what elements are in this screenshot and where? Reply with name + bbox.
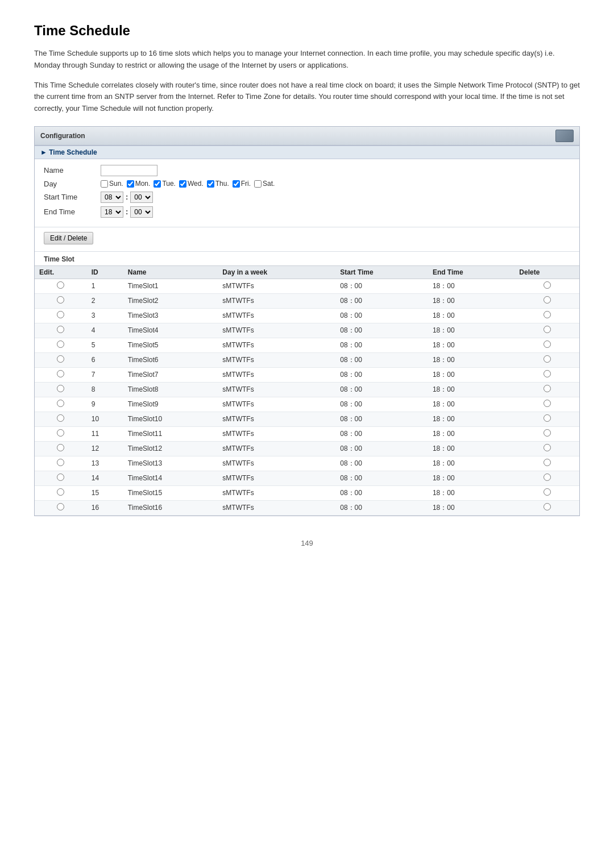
slot-start: 08：00	[335, 441, 428, 456]
delete-radio[interactable]	[544, 385, 551, 392]
page-title: Time Schedule	[34, 23, 580, 39]
slot-name: TimeSlot7	[123, 367, 218, 382]
delete-radio[interactable]	[544, 326, 551, 333]
edit-radio[interactable]	[57, 340, 64, 348]
edit-radio[interactable]	[57, 444, 64, 451]
slot-id: 16	[87, 500, 123, 515]
configuration-panel: Configuration ► Time Schedule Name Day S…	[34, 126, 580, 516]
edit-radio[interactable]	[57, 488, 64, 496]
slot-end: 18：00	[428, 485, 515, 500]
delete-radio-cell	[515, 323, 579, 338]
edit-radio[interactable]	[57, 326, 64, 333]
slot-end: 18：00	[428, 308, 515, 323]
delete-radio[interactable]	[544, 474, 551, 481]
checkbox-fri[interactable]	[233, 180, 240, 188]
description-2: This Time Schedule correlates closely wi…	[34, 80, 580, 115]
delete-radio[interactable]	[544, 281, 551, 289]
delete-radio[interactable]	[544, 340, 551, 348]
edit-radio[interactable]	[57, 355, 64, 363]
name-input[interactable]	[101, 165, 157, 176]
slot-end: 18：00	[428, 293, 515, 308]
edit-radio[interactable]	[57, 429, 64, 437]
delete-radio[interactable]	[544, 370, 551, 377]
delete-radio[interactable]	[544, 400, 551, 407]
delete-radio[interactable]	[544, 444, 551, 451]
edit-radio[interactable]	[57, 459, 64, 466]
table-row: 8TimeSlot8sMTWTFs08：0018：00	[35, 382, 579, 397]
header-icon-area	[555, 130, 574, 142]
slot-start: 08：00	[335, 426, 428, 441]
delete-radio-cell	[515, 485, 579, 500]
edit-radio-cell	[35, 397, 87, 412]
delete-radio[interactable]	[544, 414, 551, 422]
start-hour-select[interactable]: 08 09 10	[101, 192, 123, 203]
table-row: 16TimeSlot16sMTWTFs08：0018：00	[35, 500, 579, 515]
delete-radio[interactable]	[544, 429, 551, 437]
edit-radio[interactable]	[57, 474, 64, 481]
edit-radio-cell	[35, 456, 87, 471]
delete-radio[interactable]	[544, 296, 551, 304]
day-wed-label: Wed.	[188, 180, 204, 188]
day-checkboxes: Sun. Mon. Tue. Wed. Thu.	[101, 180, 275, 188]
col-delete: Delete	[515, 265, 579, 279]
slot-id: 12	[87, 441, 123, 456]
checkbox-tue[interactable]	[154, 180, 161, 188]
slot-start: 08：00	[335, 367, 428, 382]
delete-radio[interactable]	[544, 355, 551, 363]
edit-radio[interactable]	[57, 370, 64, 377]
slot-end: 18：00	[428, 352, 515, 367]
day-sun: Sun.	[101, 180, 123, 188]
delete-radio-cell	[515, 426, 579, 441]
delete-radio-cell	[515, 471, 579, 485]
edit-radio[interactable]	[57, 296, 64, 304]
day-sun-label: Sun.	[109, 180, 123, 188]
edit-radio-cell	[35, 441, 87, 456]
slot-day: sMTWTFs	[218, 397, 335, 412]
slot-day: sMTWTFs	[218, 323, 335, 338]
table-row: 11TimeSlot11sMTWTFs08：0018：00	[35, 426, 579, 441]
edit-radio[interactable]	[57, 385, 64, 392]
delete-radio[interactable]	[544, 459, 551, 466]
start-time-row: Start Time 08 09 10 : 00 15 30 45	[44, 192, 570, 203]
slot-id: 3	[87, 308, 123, 323]
table-row: 15TimeSlot15sMTWTFs08：0018：00	[35, 485, 579, 500]
delete-radio[interactable]	[544, 503, 551, 510]
slot-name: TimeSlot13	[123, 456, 218, 471]
slot-name: TimeSlot3	[123, 308, 218, 323]
name-label: Name	[44, 166, 101, 175]
day-label: Day	[44, 180, 101, 188]
slot-name: TimeSlot6	[123, 352, 218, 367]
table-row: 3TimeSlot3sMTWTFs08：0018：00	[35, 308, 579, 323]
edit-radio-cell	[35, 279, 87, 293]
edit-radio[interactable]	[57, 414, 64, 422]
slot-name: TimeSlot10	[123, 412, 218, 426]
slot-start: 08：00	[335, 471, 428, 485]
start-min-select[interactable]: 00 15 30 45	[130, 192, 153, 203]
delete-radio-cell	[515, 500, 579, 515]
table-row: 2TimeSlot2sMTWTFs08：0018：00	[35, 293, 579, 308]
checkbox-mon[interactable]	[127, 180, 134, 188]
col-start: Start Time	[335, 265, 428, 279]
delete-radio-cell	[515, 279, 579, 293]
slot-end: 18：00	[428, 367, 515, 382]
edit-radio[interactable]	[57, 503, 64, 510]
edit-radio[interactable]	[57, 281, 64, 289]
checkbox-sat[interactable]	[254, 180, 262, 188]
col-day: Day in a week	[218, 265, 335, 279]
edit-delete-button[interactable]: Edit / Delete	[44, 232, 93, 244]
slot-start: 08：00	[335, 293, 428, 308]
slot-start: 08：00	[335, 279, 428, 293]
delete-radio[interactable]	[544, 311, 551, 318]
checkbox-wed[interactable]	[179, 180, 186, 188]
day-tue-label: Tue.	[162, 180, 176, 188]
checkbox-sun[interactable]	[101, 180, 108, 188]
edit-radio[interactable]	[57, 311, 64, 318]
slot-start: 08：00	[335, 338, 428, 352]
end-hour-select[interactable]: 18 17 19	[101, 206, 123, 218]
slot-id: 10	[87, 412, 123, 426]
edit-radio[interactable]	[57, 400, 64, 407]
checkbox-thu[interactable]	[207, 180, 214, 188]
day-fri: Fri.	[233, 180, 251, 188]
end-min-select[interactable]: 00 15 30 45	[130, 206, 153, 218]
delete-radio[interactable]	[544, 488, 551, 496]
